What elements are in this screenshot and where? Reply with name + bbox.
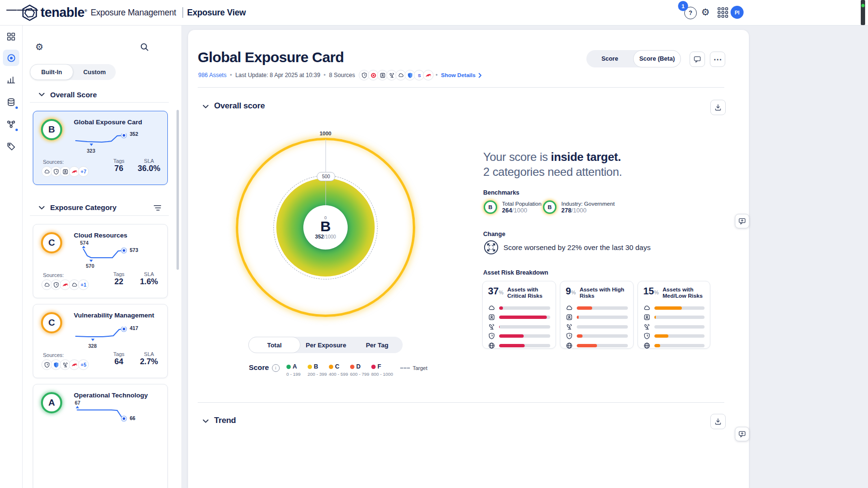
shield-icon [643,332,651,340]
rail-analytics-icon[interactable] [3,72,19,88]
more-sources-badge[interactable]: +5 [78,359,89,370]
brand-wordmark: tenable® [41,5,87,20]
card-global-exposure[interactable]: B Global Exposure Card 352 323 Sources: … [33,111,168,185]
rail-dashboard-icon[interactable] [3,28,19,45]
tab-score[interactable]: Score [586,50,633,67]
apps-grid-icon[interactable] [718,7,728,18]
tags-label: Tags [106,351,132,357]
sources-count: 8 Sources [329,72,355,79]
risk-bar [577,344,628,347]
risk-bar [499,344,550,347]
tab-per-tag[interactable]: Per Tag [352,337,403,353]
risk-card-critical: 37% Assets with Critical Risks [482,281,556,349]
risk-breakdown-heading: Asset Risk Breakdown [483,269,548,276]
add-comment-floating-button[interactable] [735,214,749,228]
info-icon[interactable]: i [272,364,280,372]
grade-badge: A [41,392,62,413]
change-text: Score worsened by 22% over the last 30 d… [503,243,651,251]
sparkline: 67 66 [74,400,165,432]
assets-link[interactable]: 986 Assets [198,72,227,79]
gauge-mid-label: 500 [317,172,335,181]
download-button[interactable] [710,100,726,115]
chevron-right-icon[interactable] [478,73,482,78]
score-gauge: 500 0 B 352/1000 [236,138,415,317]
shield-icon [488,332,495,340]
divider [198,402,724,403]
notification-badge[interactable]: 1 [678,1,688,11]
sla-label: SLA [134,158,164,164]
divider [30,215,169,216]
card-type-toggle: Built-In Custom [30,64,116,80]
card-title: Cloud Resources [74,232,127,239]
top-navbar: tenable® Exposure Management Exposure Vi… [0,0,868,26]
rail-inventory-icon[interactable] [3,94,19,110]
chevron-down-icon[interactable] [203,105,209,109]
tab-total[interactable]: Total [248,337,300,353]
sidebar-scrollbar[interactable] [176,110,179,270]
settings-gear-icon[interactable]: ⚙ [701,7,710,17]
sparkline: 574 573 570 [74,240,165,272]
tags-label: Tags [106,271,132,277]
satellite-dish-icon [488,323,495,330]
more-sources-badge[interactable]: +7 [78,166,89,177]
insight-line-1: Your score is inside target. [483,150,621,164]
rail-attack-path-icon[interactable] [3,116,19,132]
filter-icon[interactable] [153,204,162,211]
card-title: Vulnerability Management [74,312,154,319]
card-cloud-resources[interactable]: C Cloud Resources 574 573 570 Sources: +… [33,224,168,298]
product-name: Exposure Management [91,8,176,18]
risk-bar [654,306,705,310]
legend-item-f: F 800 - 1000 [371,363,396,377]
page-name: Exposure View [187,8,246,18]
sidebar-search-icon[interactable] [140,42,149,52]
legend-item-a: A 0 - 199 [286,363,308,377]
sparkline-end-value: 352 [130,131,138,137]
risk-bar [577,306,628,310]
card-vulnerability-management[interactable]: C Vulnerability Management 417 328 Sourc… [33,304,168,378]
sidebar-settings-gear-icon[interactable]: ⚙ [35,42,43,52]
more-options-button[interactable]: ⋯ [710,52,725,67]
globe-icon [643,342,651,349]
comment-button[interactable] [690,52,705,67]
legend-dot-c [329,365,333,369]
rail-exposure-view-icon[interactable] [3,50,19,66]
risk-card-medlow: 15% Assets with Med/Low Risks [637,281,710,349]
identity-icon [566,314,573,321]
rail-tags-icon[interactable] [3,138,19,155]
grade-badge: C [41,232,62,253]
legend-dot-a [286,365,291,369]
satellite-dish-icon [566,323,573,330]
grade-badge: C [41,312,62,333]
chevron-down-icon[interactable] [203,419,209,423]
sources-icons: +1 [41,279,87,290]
tab-per-exposure[interactable]: Per Exposure [300,337,352,353]
sources-icons: +7 [41,166,87,177]
chevron-down-icon[interactable] [39,206,45,210]
risk-bar [577,316,628,319]
more-sources-badge[interactable]: +1 [78,279,89,290]
icon-rail [0,25,23,488]
sources-label: Sources: [43,272,64,278]
tab-built-in[interactable]: Built-In [30,64,73,80]
risk-bar [577,325,628,329]
show-details-link[interactable]: Show Details [441,72,476,78]
benchmark-industry: B Industry: Government 278/1000 [543,200,615,214]
tab-score-beta[interactable]: Score (Beta) [633,50,681,67]
chevron-down-icon[interactable] [39,92,45,97]
sparkline: 352 323 [74,131,165,158]
section-overall-score: Overall Score [50,91,97,99]
tab-custom[interactable]: Custom [73,65,116,79]
change-row: Score worsened by 22% over the last 30 d… [484,240,651,255]
divider [30,102,169,103]
page-title: Global Exposure Card [198,49,344,66]
add-comment-floating-button[interactable] [735,427,749,441]
divider [198,87,724,88]
avatar[interactable]: PI [731,6,744,19]
gauge-center: 0 B 352/1000 [303,205,348,250]
card-operational-technology[interactable]: A Operational Technology 67 66 [33,384,168,488]
download-button[interactable] [710,414,726,429]
sources-label: Sources: [43,159,64,165]
recording-dot [861,4,865,7]
risk-bar [499,306,550,310]
gauge-grade: B [320,219,331,234]
